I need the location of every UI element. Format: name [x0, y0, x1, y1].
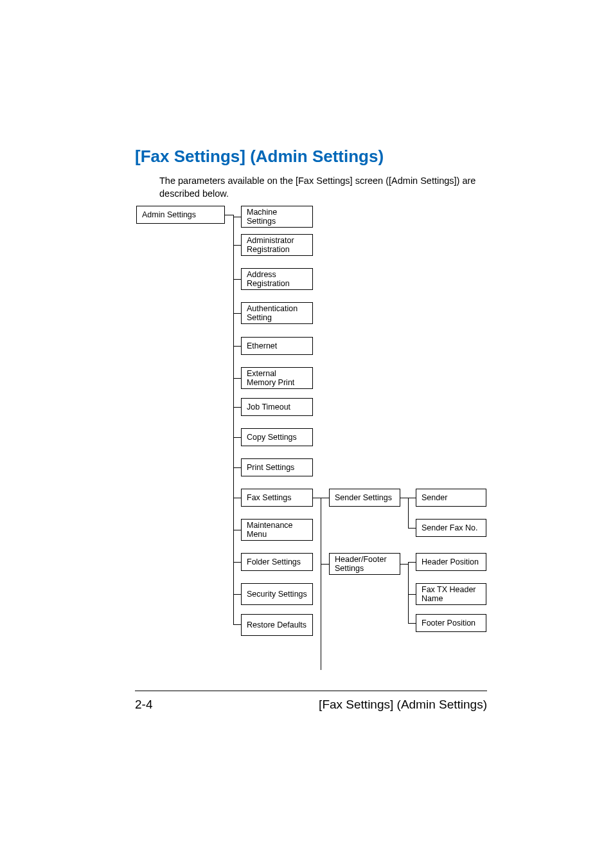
footer-rule	[135, 691, 487, 691]
connector	[225, 215, 233, 215]
connector	[321, 498, 329, 498]
tree-root: Admin Settings	[136, 206, 225, 224]
connector	[233, 624, 241, 625]
tree-node: Administrator Registration	[241, 234, 313, 256]
connector	[321, 498, 321, 670]
tree-node: Sender Fax No.	[416, 519, 486, 537]
tree-node: Ethernet	[241, 337, 313, 355]
tree-node: Maintenance Menu	[241, 519, 313, 541]
tree-node: Job Timeout	[241, 398, 313, 416]
connector	[400, 564, 408, 565]
connector	[408, 562, 409, 623]
connector	[233, 437, 241, 438]
tree-node: Copy Settings	[241, 428, 313, 446]
tree-node: Sender	[416, 489, 486, 507]
connector	[408, 528, 416, 529]
connector	[233, 498, 241, 498]
tree-node: Footer Position	[416, 614, 486, 632]
document-page: [Fax Settings] (Admin Settings) The para…	[0, 0, 613, 868]
tree-node: Address Registration	[241, 268, 313, 290]
connector	[408, 498, 409, 528]
connector	[408, 498, 416, 498]
connector	[408, 623, 416, 624]
tree-node: External Memory Print	[241, 367, 313, 389]
connector	[233, 562, 241, 563]
tree-node: Restore Defaults	[241, 614, 313, 636]
tree-node: Security Settings	[241, 583, 313, 605]
tree-node: Header Position	[416, 553, 486, 571]
connector	[400, 498, 408, 498]
tree-node: Fax Settings	[241, 489, 313, 507]
connector	[233, 467, 241, 468]
connector	[233, 215, 234, 624]
connector	[233, 245, 241, 246]
connector	[233, 594, 241, 595]
connector	[233, 530, 241, 530]
section-heading: [Fax Settings] (Admin Settings)	[135, 147, 384, 167]
connector	[321, 564, 329, 565]
connector	[233, 378, 241, 379]
tree-node: Print Settings	[241, 458, 313, 476]
connector	[233, 313, 241, 314]
connector	[233, 279, 241, 280]
connector	[408, 594, 416, 595]
tree-node: Header/Footer Settings	[329, 553, 400, 575]
tree-node: Sender Settings	[329, 489, 400, 507]
footer-title: [Fax Settings] (Admin Settings)	[319, 698, 487, 712]
intro-paragraph: The parameters available on the [Fax Set…	[159, 175, 481, 200]
tree-node: Authentication Setting	[241, 302, 313, 324]
connector	[408, 562, 416, 563]
tree-node: Folder Settings	[241, 553, 313, 571]
connector	[313, 498, 321, 498]
tree-node: Fax TX Header Name	[416, 583, 486, 605]
connector	[233, 407, 241, 408]
page-number: 2-4	[135, 698, 152, 712]
connector	[233, 346, 241, 347]
connector	[233, 217, 241, 217]
tree-node: Machine Settings	[241, 206, 313, 228]
